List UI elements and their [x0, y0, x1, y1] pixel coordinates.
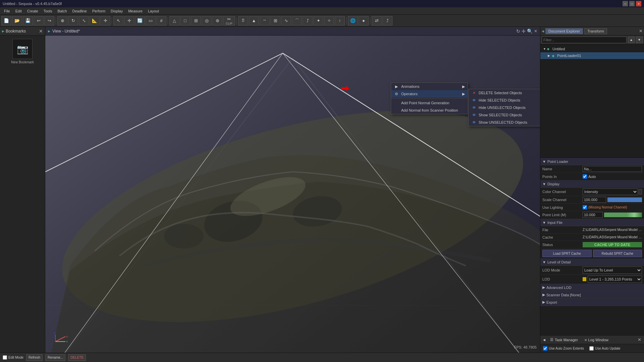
menu-measure[interactable]: Measure	[125, 8, 145, 14]
bookmarks-close[interactable]: ✕	[39, 28, 43, 34]
tool-path[interactable]: ⤴	[303, 16, 313, 25]
tool-pts[interactable]: ⠒	[260, 16, 270, 25]
menu-batch[interactable]: Batch	[55, 8, 69, 14]
tool-pt1[interactable]: △	[169, 16, 179, 25]
export-section-header[interactable]: ▶ Export	[540, 299, 644, 306]
menu-tools[interactable]: Tools	[41, 8, 55, 14]
load-sprt-cache-btn[interactable]: Load SPRT Cache	[542, 250, 592, 257]
ctx-delete-selected[interactable]: ✕ DELETE Selected Objects	[469, 89, 540, 97]
new-bookmark-item[interactable]: 📷 New Bookmark	[0, 36, 45, 67]
prop-lod-mode-select[interactable]: Load Up To Level Single Level	[583, 266, 642, 274]
input-file-section-header[interactable]: ▼ Input File	[540, 219, 644, 226]
tool-rotate[interactable]: ↻	[68, 16, 78, 25]
tree-item-untitled[interactable]: ▼ ■ Untitled	[540, 46, 644, 52]
tab-transform[interactable]: Transform	[584, 28, 607, 34]
auto-update-checkbox[interactable]	[589, 346, 594, 351]
menu-layout[interactable]: Layout	[145, 8, 162, 14]
tool-new[interactable]: 📄	[1, 16, 11, 25]
tree-item-pointloader[interactable]: ▶ ◆ PointLoader01	[540, 52, 644, 59]
viewport-refresh-icon[interactable]: ↻	[516, 28, 520, 34]
tool-place[interactable]: ✛	[100, 16, 110, 25]
tool-transform[interactable]: ⊕	[57, 16, 67, 25]
right-panel-close[interactable]: ✕	[639, 28, 643, 34]
filter-arrow-down[interactable]: ▼	[636, 37, 643, 43]
prop-scale-input[interactable]	[583, 197, 606, 203]
ctx-show-selected[interactable]: 👁 Show SELECTED Objects	[469, 111, 540, 119]
prop-color-channel-select[interactable]: Intensity RGB Classification	[583, 188, 638, 195]
prop-lod-select[interactable]: Level 1 - 3,265,110 Points Level 2 Level…	[588, 276, 642, 283]
prop-name-input[interactable]	[583, 166, 642, 172]
display-section-header[interactable]: ▼ Display	[540, 180, 644, 188]
tool-open[interactable]: 📂	[12, 16, 22, 25]
advanced-lod-section-header[interactable]: ▶ Advanced LOD	[540, 284, 644, 291]
tool-rect[interactable]: ▭	[146, 16, 156, 25]
tool-scatter[interactable]: ⠿	[238, 16, 248, 25]
tool-move[interactable]: ✛	[124, 16, 134, 25]
edit-mode-checkbox[interactable]	[3, 355, 7, 360]
rename-button[interactable]: Rename...	[45, 354, 65, 361]
tool-undo[interactable]: ↩	[34, 16, 44, 25]
tool-redo[interactable]: ↪	[44, 16, 54, 25]
delete-button[interactable]: DELETE	[68, 354, 86, 361]
refresh-button[interactable]: Refresh	[26, 354, 43, 361]
tool-grid[interactable]: ⊞	[270, 16, 280, 25]
tool-numbers[interactable]: #	[156, 16, 166, 25]
tab-document-explorer[interactable]: Document Explorer	[545, 28, 583, 34]
viewport[interactable]: ▶ View - Untitled* ↻ ✛ 🔍 ✕	[45, 27, 540, 353]
menu-create[interactable]: Create	[24, 8, 41, 14]
scanner-data-section-header[interactable]: ▶ Scanner Data [None]	[540, 291, 644, 299]
viewport-close-icon[interactable]: ✕	[534, 28, 537, 34]
ctx-hide-unselected[interactable]: 👁 Hide UNSELECTED Objects	[469, 104, 540, 111]
tool-pt4[interactable]: ◎	[202, 16, 212, 25]
lod-section-header[interactable]: ▼ Level of Detail	[540, 258, 644, 266]
prop-color-channel-btn[interactable]	[639, 189, 642, 194]
tool-curve[interactable]: ⌒	[292, 16, 302, 25]
menu-file[interactable]: File	[1, 8, 13, 14]
filter-arrow-up[interactable]: ▲	[628, 37, 635, 43]
menu-deadline[interactable]: Deadline	[70, 8, 90, 14]
tool-measure[interactable]: 📐	[90, 16, 100, 25]
menu-perform[interactable]: Perform	[90, 8, 108, 14]
tool-normal[interactable]: ↑	[335, 16, 345, 25]
tool-save[interactable]: 💾	[23, 16, 33, 25]
prop-lighting-checkbox[interactable]	[583, 205, 587, 209]
tool-pt2[interactable]: □	[180, 16, 190, 25]
ctx-add-normal[interactable]: Add Point Normal Generation	[391, 99, 468, 107]
menu-edit[interactable]: Edit	[13, 8, 24, 14]
tool-tri[interactable]: ▲	[249, 16, 259, 25]
tool-sphere[interactable]: ●	[359, 16, 369, 25]
tool-link[interactable]: ⤴	[382, 16, 392, 25]
tool-pt5[interactable]: ⊛	[212, 16, 222, 25]
tool-scale[interactable]: ⤡	[79, 16, 89, 25]
prop-point-limit-input[interactable]	[583, 212, 603, 218]
tool-wave[interactable]: ∿	[281, 16, 291, 25]
log-window-tab[interactable]: ≡ Log Window	[583, 337, 610, 343]
tool-globe[interactable]: 🌐	[348, 16, 358, 25]
export-collapse-icon: ▶	[542, 300, 545, 304]
prop-auto-checkbox[interactable]	[583, 174, 587, 179]
tool-refresh[interactable]: 🔄	[135, 16, 145, 25]
minimize-button[interactable]: ─	[623, 1, 628, 6]
auto-zoom-checkbox[interactable]	[543, 346, 547, 351]
close-button[interactable]: ✕	[636, 1, 641, 6]
ctx-add-normal-scanner[interactable]: Add Normal from Scanner Position	[391, 107, 468, 114]
task-bar-close[interactable]: ✕	[638, 337, 641, 342]
tool-pt3[interactable]: ⊞	[191, 16, 201, 25]
task-manager-tab[interactable]: ☰ Task Manager	[548, 337, 580, 343]
ctx-operators[interactable]: ⚙ Operators ▶	[391, 90, 468, 98]
maximize-button[interactable]: □	[629, 1, 635, 6]
menu-display[interactable]: Display	[108, 8, 125, 14]
viewport-add-icon[interactable]: ✛	[522, 28, 526, 34]
tool-decimate[interactable]: ✧	[324, 16, 334, 25]
tool-classify[interactable]: ✦	[313, 16, 323, 25]
ctx-show-unselected[interactable]: 👁 Show UNSELECTED Objects	[469, 119, 540, 126]
point-loader-section-header[interactable]: ▼ Point Loader	[540, 158, 644, 165]
filter-input[interactable]	[542, 37, 627, 43]
ctx-animations[interactable]: ▶ Animations ▶	[391, 83, 468, 90]
ctx-hide-selected[interactable]: 👁 Hide SELECTED Objects	[469, 97, 540, 104]
tool-connect[interactable]: ⇄	[372, 16, 382, 25]
rebuild-sprt-cache-btn[interactable]: Rebuild SPRT Cache	[593, 250, 642, 257]
viewport-search-icon[interactable]: 🔍	[527, 28, 533, 34]
clip-button[interactable]: ✂ CLIP	[223, 16, 235, 25]
tool-select-arrow[interactable]: ↖	[113, 16, 123, 25]
